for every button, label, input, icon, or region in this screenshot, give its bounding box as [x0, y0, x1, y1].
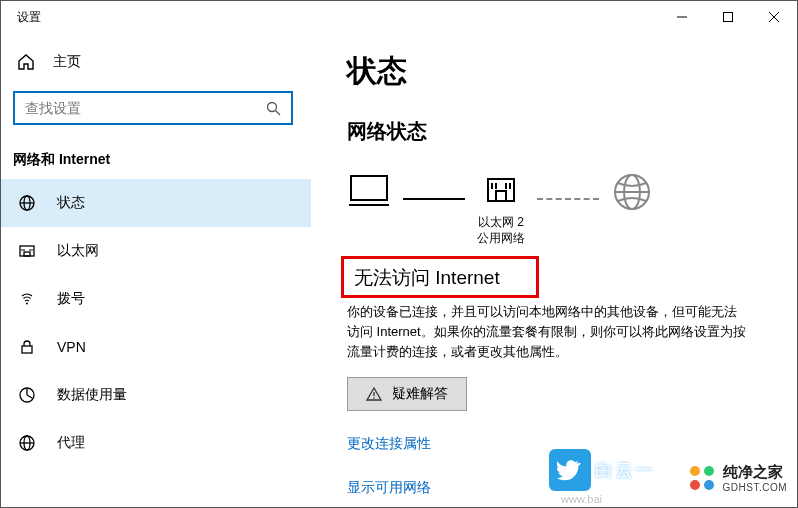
page-title: 状态 [347, 51, 761, 92]
troubleshoot-label: 疑难解答 [392, 385, 448, 403]
home-nav[interactable]: 主页 [1, 41, 311, 83]
svg-point-33 [373, 397, 375, 399]
watermark-url: GDHST.COM [723, 482, 788, 493]
section-title: 网络状态 [347, 118, 761, 145]
svg-point-4 [268, 102, 277, 111]
watermark-bird: 白云一 [549, 449, 655, 491]
proxy-icon [17, 434, 37, 452]
svg-rect-16 [22, 346, 32, 353]
home-icon [17, 53, 37, 71]
search-icon [266, 101, 281, 116]
sidebar-item-label: 状态 [57, 194, 85, 212]
vpn-icon [17, 338, 37, 356]
svg-rect-21 [351, 176, 387, 200]
adapter-type: 公用网络 [477, 231, 525, 245]
annotation-box: 无法访问 Internet [341, 256, 539, 298]
window-controls [659, 1, 797, 33]
connection-line-dashed [537, 198, 599, 200]
main-pane: 状态 网络状态 以太网 2 公用网络 无法访问 Intern [311, 33, 797, 508]
sidebar-category: 网络和 Internet [1, 143, 311, 179]
bird-icon [549, 449, 591, 491]
sidebar-item-dialup[interactable]: 拨号 [1, 275, 311, 323]
warning-icon [366, 386, 382, 402]
svg-point-36 [704, 466, 714, 476]
sidebar-item-label: VPN [57, 339, 86, 355]
dialup-icon [17, 290, 37, 308]
sidebar-item-label: 拨号 [57, 290, 85, 308]
connection-line-solid [403, 198, 465, 200]
datausage-icon [17, 386, 37, 404]
close-button[interactable] [751, 1, 797, 33]
svg-rect-10 [24, 252, 30, 256]
watermark-baidu: www.bai [561, 493, 602, 505]
home-label: 主页 [53, 53, 81, 71]
pc-icon [347, 173, 391, 248]
sidebar-item-label: 以太网 [57, 242, 99, 260]
adapter-name: 以太网 2 [478, 215, 524, 229]
watermark-text-1: 白云一 [595, 458, 655, 482]
logo-icon [687, 463, 717, 493]
globe-icon [611, 171, 653, 250]
svg-rect-1 [724, 13, 733, 22]
svg-rect-24 [496, 191, 506, 201]
sidebar-item-label: 数据使用量 [57, 386, 127, 404]
svg-point-35 [690, 466, 700, 476]
sidebar-item-label: 代理 [57, 434, 85, 452]
window-title: 设置 [17, 9, 41, 26]
sidebar: 主页 网络和 Internet 状态 以太网 [1, 33, 311, 508]
ethernet-icon [17, 242, 37, 260]
search-input[interactable] [25, 100, 266, 116]
sidebar-item-proxy[interactable]: 代理 [1, 419, 311, 467]
sidebar-item-datausage[interactable]: 数据使用量 [1, 371, 311, 419]
sidebar-item-ethernet[interactable]: 以太网 [1, 227, 311, 275]
watermark-brand: 纯净之家 [723, 463, 788, 482]
svg-line-5 [276, 110, 281, 115]
search-box[interactable] [13, 91, 293, 125]
sidebar-item-status[interactable]: 状态 [1, 179, 311, 227]
sidebar-item-vpn[interactable]: VPN [1, 323, 311, 371]
svg-point-15 [26, 303, 28, 305]
titlebar: 设置 [1, 1, 797, 33]
troubleshoot-button[interactable]: 疑难解答 [347, 377, 467, 411]
no-internet-text: 无法访问 Internet [354, 265, 526, 291]
svg-point-37 [690, 480, 700, 490]
watermark-gdhst: 纯净之家 GDHST.COM [687, 463, 788, 493]
adapter-icon: 以太网 2 公用网络 [477, 175, 525, 246]
svg-point-38 [704, 480, 714, 490]
network-diagram: 以太网 2 公用网络 [347, 171, 761, 250]
minimize-button[interactable] [659, 1, 705, 33]
status-description: 你的设备已连接，并且可以访问本地网络中的其他设备，但可能无法访问 Interne… [347, 302, 747, 362]
status-icon [17, 194, 37, 212]
maximize-button[interactable] [705, 1, 751, 33]
